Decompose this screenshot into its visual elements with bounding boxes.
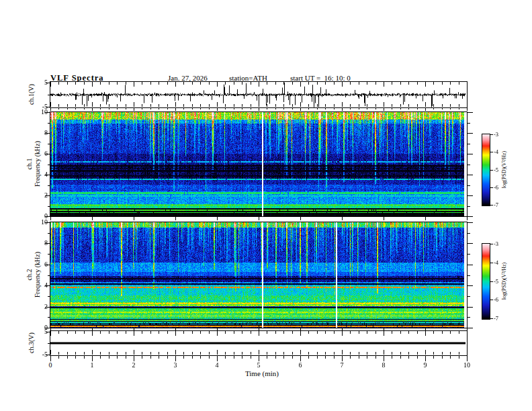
axis-tick	[109, 108, 109, 109]
axis-tick	[175, 356, 176, 361]
axis-tick	[192, 108, 193, 109]
axis-tick	[92, 102, 93, 107]
colorbar-ch2-title: log(PSD)(V²/Hz)	[501, 252, 507, 311]
axis-tick	[225, 82, 226, 85]
axis-tick	[209, 82, 210, 85]
axis-tick	[283, 356, 284, 359]
axis-tick	[433, 352, 434, 355]
axis-tick	[183, 352, 184, 355]
axis-tick	[442, 82, 443, 85]
axis-tick	[375, 104, 376, 107]
axis-tick	[417, 82, 418, 85]
axis-tick	[334, 108, 335, 109]
axis-tick	[400, 331, 401, 334]
axis-tick	[242, 82, 242, 85]
axis-tick	[167, 82, 168, 85]
ch2-spectrogram-ylabel-line2: Frequency (kHz)	[34, 222, 42, 328]
axis-tick	[375, 108, 376, 109]
axis-tick	[175, 350, 176, 355]
axis-tick	[334, 82, 335, 85]
axis-tick	[259, 356, 259, 361]
axis-tick	[209, 108, 210, 109]
axis-tick	[84, 82, 85, 85]
axis-tick	[283, 352, 284, 355]
ytick-label: 2	[28, 191, 48, 199]
axis-tick	[126, 82, 126, 85]
axis-tick	[400, 104, 401, 107]
axis-tick	[175, 108, 176, 111]
axis-tick	[490, 300, 493, 300]
colorbar-tick-label: -7	[494, 201, 498, 208]
axis-tick	[251, 356, 251, 359]
axis-tick	[408, 352, 409, 355]
axis-tick	[192, 356, 193, 359]
colorbar-tick-label: -6	[494, 184, 498, 191]
axis-tick	[234, 352, 234, 355]
axis-tick	[468, 195, 473, 196]
axis-tick	[167, 356, 168, 359]
axis-tick	[58, 356, 59, 359]
axis-tick	[126, 356, 126, 359]
axis-tick	[408, 331, 409, 334]
axis-tick	[384, 82, 384, 87]
axis-tick	[442, 352, 443, 355]
axis-tick	[251, 104, 251, 107]
axis-tick	[167, 331, 168, 334]
panel-ch2-spectrogram	[50, 222, 468, 328]
axis-tick	[375, 82, 376, 85]
xtick-label: 1	[84, 361, 100, 369]
axis-tick	[192, 104, 193, 107]
axis-tick	[142, 356, 142, 359]
axis-tick	[359, 104, 359, 107]
ytick-label: 6	[28, 261, 48, 269]
axis-tick	[192, 82, 193, 85]
axis-tick	[200, 331, 201, 334]
axis-tick	[259, 350, 259, 355]
axis-tick	[325, 108, 326, 109]
axis-tick	[225, 356, 226, 359]
axis-tick	[183, 108, 184, 109]
xtick-label: 4	[209, 361, 225, 369]
axis-tick	[183, 331, 184, 334]
ytick-label: 8	[28, 239, 48, 247]
axis-tick	[92, 331, 93, 336]
axis-tick	[117, 104, 118, 107]
ch1-spectrogram-ylabel-line1: ch.1	[26, 112, 34, 216]
ch2-spectrogram-ylabel-line1: ch.2	[26, 222, 34, 328]
axis-tick	[292, 104, 293, 107]
axis-tick	[384, 217, 384, 220]
axis-tick	[317, 82, 318, 85]
axis-tick	[467, 356, 468, 361]
ytick-label: 5	[28, 79, 48, 87]
panel-ch1-spectrogram	[50, 111, 468, 217]
axis-tick	[242, 104, 242, 107]
axis-tick	[300, 356, 301, 361]
axis-tick	[317, 352, 318, 355]
axis-tick	[50, 217, 51, 220]
axis-tick	[425, 356, 426, 361]
axis-tick	[442, 104, 443, 107]
axis-tick	[48, 123, 50, 124]
colorbar-tick-label: -4	[494, 148, 498, 155]
axis-tick	[468, 206, 470, 207]
axis-tick	[251, 82, 251, 85]
axis-tick	[92, 217, 93, 220]
axis-tick	[117, 356, 118, 359]
axis-tick	[442, 108, 443, 109]
axis-tick	[175, 82, 176, 87]
axis-tick	[425, 82, 426, 87]
axis-tick	[126, 104, 126, 107]
axis-tick	[400, 82, 401, 85]
axis-tick	[459, 352, 459, 355]
axis-tick	[259, 102, 259, 107]
axis-tick	[300, 82, 301, 87]
axis-tick	[359, 356, 359, 359]
axis-tick	[292, 82, 293, 85]
axis-tick	[217, 102, 218, 107]
ytick-label: 10	[28, 218, 48, 226]
axis-tick	[350, 82, 351, 85]
xtick-label: 7	[334, 361, 350, 369]
colorbar-tick-label: -5	[494, 167, 498, 173]
axis-tick	[217, 356, 218, 361]
axis-tick	[217, 331, 218, 336]
